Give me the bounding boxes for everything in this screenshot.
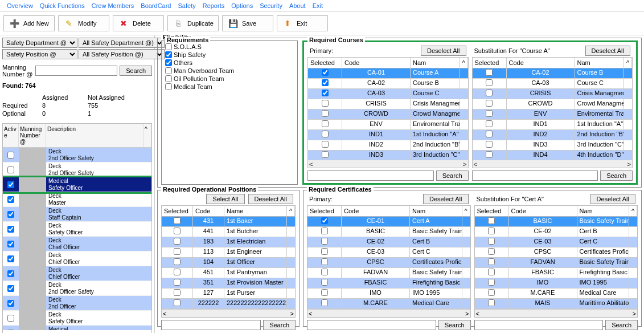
row-checkbox[interactable] (7, 285, 14, 292)
list-item[interactable]: DeckChief Officer (3, 237, 151, 251)
table-row[interactable]: 4411st Butcher (162, 227, 295, 237)
req-man-overboard-team[interactable]: Man Overboard Team (165, 67, 294, 74)
row-checkbox[interactable] (322, 131, 329, 137)
req-others[interactable]: Others (165, 59, 294, 66)
table-row[interactable]: BASICBasic Safety Training (307, 227, 470, 237)
position-list[interactable]: Deck2nd Officer SafetyDeck2nd Officer Sa… (3, 148, 151, 330)
row-checkbox[interactable] (486, 79, 493, 86)
row-checkbox[interactable] (321, 279, 328, 286)
row-checkbox[interactable] (486, 131, 493, 137)
table-row[interactable]: 3511st Provision Master (162, 278, 295, 289)
rop-search-input[interactable] (161, 320, 261, 330)
list-item[interactable]: DeckMaster (3, 192, 151, 207)
table-row[interactable]: BASICBasic Safety Training (475, 217, 638, 227)
table-row[interactable]: IMOIMO 1995 (475, 278, 638, 289)
menu-crew-members[interactable]: Crew Members (89, 1, 137, 10)
table-row[interactable]: IND11st Induction "A" (308, 130, 468, 140)
row-checkbox[interactable] (486, 69, 493, 76)
manning-number-input[interactable] (35, 66, 117, 76)
list-item[interactable]: Deck2nd Officer Safety (3, 148, 151, 163)
row-checkbox[interactable] (488, 289, 495, 296)
row-checkbox[interactable] (321, 217, 328, 224)
add-new-button[interactable]: ➕Add New (3, 15, 55, 31)
row-checkbox[interactable] (322, 79, 329, 86)
certs-search-input[interactable] (307, 320, 436, 330)
safety-dept-select[interactable]: Safety Department @ (2, 38, 77, 48)
row-checkbox[interactable] (322, 120, 329, 127)
row-checkbox[interactable] (174, 217, 181, 224)
certs-sub-search-input[interactable] (474, 320, 604, 330)
table-row[interactable]: IND22nd Induction "B" (308, 140, 468, 151)
row-checkbox[interactable] (7, 241, 14, 247)
row-checkbox[interactable] (321, 299, 328, 306)
row-checkbox[interactable] (7, 255, 14, 262)
menu-overview[interactable]: Overview (5, 1, 35, 10)
list-item[interactable]: DeckChief Officer (3, 266, 151, 281)
table-row[interactable]: CA-03Course C (308, 89, 468, 99)
table-row[interactable]: CPSCCertificates Proficiency Su (307, 258, 470, 268)
table-row[interactable]: CE-01Cert A (307, 217, 470, 227)
certs-sub-search-button[interactable]: Search (605, 320, 638, 330)
row-checkbox[interactable] (174, 299, 181, 306)
hscroll[interactable]: <> (308, 160, 468, 168)
table-row[interactable]: MAISMarittimo Abilitato Mezzi d (475, 299, 638, 309)
search-button[interactable]: Search (120, 66, 152, 76)
courses-deselect-button[interactable]: Deselect All (421, 46, 466, 56)
table-row[interactable]: IMOIMO 1995 (307, 289, 470, 299)
table-row[interactable]: IND33rd Induction "C" (473, 140, 633, 151)
list-item[interactable]: Deck2nd Officer Safety (3, 163, 151, 177)
table-row[interactable]: CROWDCrowd Managment Certifi (473, 99, 633, 109)
table-row[interactable]: IND33rd Induction "C" (308, 151, 468, 160)
list-item[interactable]: DeckChief Officer (3, 251, 151, 266)
row-checkbox[interactable] (321, 269, 328, 275)
table-row[interactable]: CA-02Course B (308, 79, 468, 89)
rop-deselect-button[interactable]: Deselect All (248, 194, 293, 204)
courses-sub-search-input[interactable] (472, 170, 598, 181)
menu-boardcard[interactable]: BoardCard (138, 1, 173, 10)
row-checkbox[interactable] (322, 90, 329, 96)
row-checkbox[interactable] (488, 228, 495, 234)
row-checkbox[interactable] (321, 289, 328, 296)
row-checkbox[interactable] (322, 151, 329, 158)
table-row[interactable]: CE-02Cert B (475, 227, 638, 237)
list-item[interactable]: Deck2nd Officer (3, 296, 151, 311)
table-row[interactable]: 1271st Purser (162, 289, 295, 299)
table-row[interactable]: CPSCCertificates Proficiency Su (475, 247, 638, 258)
list-item[interactable]: Deck2nd Officer Safety (3, 281, 151, 296)
row-checkbox[interactable] (488, 279, 495, 286)
row-checkbox[interactable] (7, 330, 14, 330)
menu-options[interactable]: Options (229, 1, 255, 10)
row-checkbox[interactable] (7, 315, 14, 322)
courses-search-button[interactable]: Search (436, 170, 469, 181)
menu-reports[interactable]: Reports (200, 1, 227, 10)
row-checkbox[interactable] (174, 279, 181, 286)
row-checkbox[interactable] (488, 217, 495, 224)
table-row[interactable]: IND11st Induction "A" (473, 120, 633, 130)
certs-deselect-button[interactable]: Deselect All (423, 194, 468, 204)
hscroll[interactable]: <> (162, 309, 295, 317)
req-ship-safety[interactable]: Ship Safety (165, 51, 294, 58)
row-checkbox[interactable] (174, 289, 181, 296)
list-item[interactable]: DeckSafety Officer (3, 222, 151, 237)
duplicate-button[interactable]: ⎘Duplicate (167, 15, 219, 31)
hscroll[interactable]: <> (473, 160, 633, 168)
row-checkbox[interactable] (486, 141, 493, 148)
table-row[interactable]: CRISISCrisis Managment Certifica (473, 89, 633, 99)
row-checkbox[interactable] (486, 100, 493, 107)
row-checkbox[interactable] (174, 258, 181, 265)
row-checkbox[interactable] (7, 226, 14, 233)
table-row[interactable]: CA-01Course A (308, 68, 468, 79)
row-checkbox[interactable] (488, 238, 495, 245)
row-checkbox[interactable] (322, 100, 329, 107)
table-row[interactable]: 4311st Baker (162, 217, 295, 227)
delete-button[interactable]: ✖Delete (113, 15, 164, 31)
exit-button[interactable]: ⬆Exit (277, 15, 328, 31)
row-checkbox[interactable] (7, 270, 14, 277)
table-row[interactable]: 22222222222222222222222222 (162, 299, 295, 309)
all-safety-dept-select[interactable]: All Safety Department @) (79, 38, 165, 48)
save-button[interactable]: 💾Save (222, 15, 273, 31)
courses-sub-deselect-button[interactable]: Deselect All (585, 46, 630, 56)
table-row[interactable]: 1131st Engineer (162, 247, 295, 258)
menu-security[interactable]: Security (257, 1, 285, 10)
row-checkbox[interactable] (486, 151, 493, 158)
